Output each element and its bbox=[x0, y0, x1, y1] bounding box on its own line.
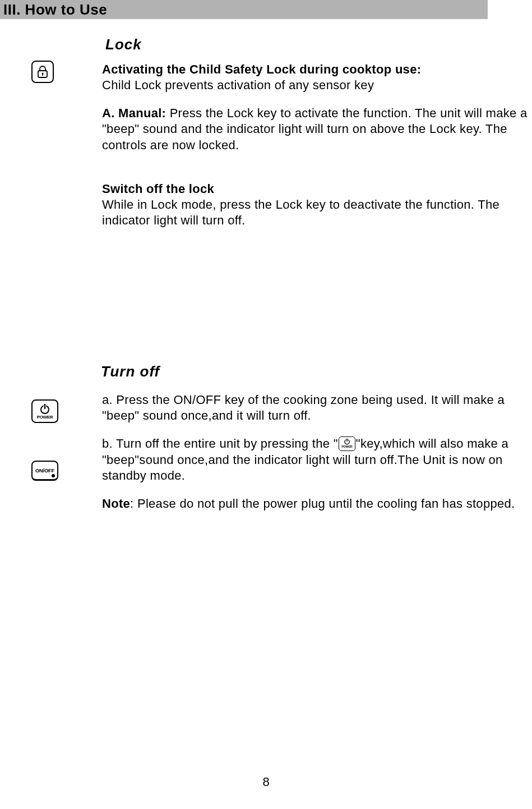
power-icon: POWER bbox=[31, 399, 58, 423]
onoff-indicator-dot bbox=[52, 474, 55, 477]
section-header-text: III. How to Use bbox=[3, 1, 107, 19]
lock-section-title: Lock bbox=[105, 36, 142, 53]
svg-rect-2 bbox=[42, 73, 43, 76]
turnoff-b-pre: b. Turn off the entire unit by pressing … bbox=[102, 436, 338, 451]
svg-rect-6 bbox=[44, 404, 45, 409]
section-header: III. How to Use bbox=[0, 0, 488, 19]
turnoff-note-heading: Note bbox=[102, 497, 130, 511]
inline-power-icon-label: POWER bbox=[341, 445, 352, 449]
page-number: 8 bbox=[0, 775, 532, 789]
svg-rect-9 bbox=[346, 439, 347, 442]
lock-icon bbox=[31, 61, 54, 83]
turnoff-note-block: Note: Please do not pull the power plug … bbox=[102, 496, 532, 512]
lock-switch-heading: Switch off the lock bbox=[102, 182, 214, 196]
turnoff-section-title: Turn off bbox=[101, 363, 160, 380]
power-symbol-icon bbox=[39, 403, 51, 415]
power-icon-label: POWER bbox=[37, 415, 53, 420]
lock-activating-block: Activating the Child Safety Lock during … bbox=[102, 62, 532, 93]
lock-switch-block: Switch off the lock While in Lock mode, … bbox=[102, 181, 532, 228]
lock-switch-body: While in Lock mode, press the Lock key t… bbox=[102, 197, 499, 227]
turnoff-b-block: b. Turn off the entire unit by pressing … bbox=[102, 436, 532, 484]
onoff-icon-label: ON/OFF bbox=[35, 467, 54, 474]
lock-manual-block: A. Manual: Press the Lock key to activat… bbox=[102, 105, 532, 153]
lock-activating-heading: Activating the Child Safety Lock during … bbox=[102, 62, 421, 76]
turnoff-a-block: a. Press the ON/OFF key of the cooking z… bbox=[102, 392, 532, 424]
lock-section-body: Activating the Child Safety Lock during … bbox=[102, 62, 532, 241]
lock-manual-heading: A. Manual: bbox=[102, 106, 170, 120]
onoff-icon: ON/OFF bbox=[31, 461, 58, 481]
lock-activating-sub: Child Lock prevents activation of any se… bbox=[102, 78, 374, 92]
inline-power-icon: POWER bbox=[339, 436, 355, 451]
padlock-icon bbox=[36, 65, 49, 79]
turnoff-section-body: a. Press the ON/OFF key of the cooking z… bbox=[102, 392, 532, 524]
turnoff-note-body: : Please do not pull the power plug unti… bbox=[130, 497, 515, 511]
